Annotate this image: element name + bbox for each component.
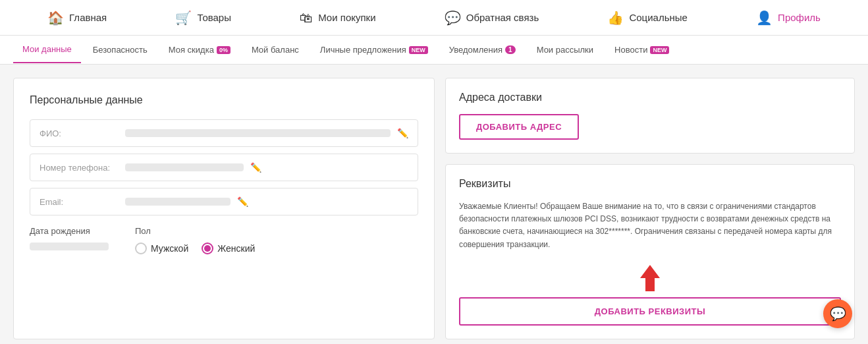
gender-section: Пол Мужской Женский xyxy=(135,226,255,254)
nav-home-label: Главная xyxy=(69,12,107,23)
bag-icon: 🛍 xyxy=(300,11,313,24)
feedback-icon: 💬 xyxy=(445,11,461,24)
gender-label: Пол xyxy=(135,226,255,236)
email-value xyxy=(125,198,231,206)
phone-field-row: Номер телефона: ✏️ xyxy=(30,154,418,181)
delivery-title: Адреса доставки xyxy=(459,92,841,103)
discount-badge: 0% xyxy=(217,46,231,54)
birth-gender-section: Дата рождения Пол Мужской Женский xyxy=(30,226,418,254)
svg-marker-0 xyxy=(640,265,660,291)
news-badge: NEW xyxy=(650,46,669,54)
nav-purchases-label: Мои покупки xyxy=(318,12,375,23)
gender-male-option[interactable]: Мужской xyxy=(135,243,188,254)
birth-value-placeholder xyxy=(30,243,109,250)
chat-icon: 💬 xyxy=(830,306,846,322)
personal-data-panel: Персональные данные ФИО: ✏️ Номер телефо… xyxy=(13,78,435,339)
gender-male-radio[interactable] xyxy=(135,243,147,254)
profile-icon: 👤 xyxy=(756,11,773,24)
personal-data-title: Персональные данные xyxy=(30,94,418,106)
add-requisites-button[interactable]: ДОБАВИТЬ РЕКВИЗИТЫ xyxy=(459,297,841,326)
main-content: Персональные данные ФИО: ✏️ Номер телефо… xyxy=(0,65,868,344)
top-navigation: 🏠 Главная 🛒 Товары 🛍 Мои покупки 💬 Обрат… xyxy=(0,0,868,36)
right-panel: Адреса доставки ДОБАВИТЬ АДРЕС Реквизиты… xyxy=(445,78,855,339)
tab-my-balance[interactable]: Мой баланс xyxy=(242,37,308,63)
gender-options: Мужской Женский xyxy=(135,243,255,254)
add-address-button[interactable]: ДОБАВИТЬ АДРЕС xyxy=(459,114,579,140)
tab-notifications[interactable]: Уведомления 1 xyxy=(440,37,525,63)
nav-goods-label: Товары xyxy=(197,12,231,23)
gender-female-radio-inner xyxy=(204,245,211,252)
nav-profile[interactable]: 👤 Профиль xyxy=(756,11,821,24)
tab-news[interactable]: Новости NEW xyxy=(605,37,678,63)
personal-offers-badge: NEW xyxy=(409,46,428,54)
tab-my-data[interactable]: Мои данные xyxy=(13,36,81,63)
email-label: Email: xyxy=(40,197,125,207)
nav-profile-label: Профиль xyxy=(778,12,821,23)
nav-feedback-label: Обратная связь xyxy=(466,12,539,23)
nav-purchases[interactable]: 🛍 Мои покупки xyxy=(300,11,375,24)
email-edit-icon[interactable]: ✏️ xyxy=(237,196,248,207)
fio-field-row: ФИО: ✏️ xyxy=(30,119,418,147)
gender-female-label: Женский xyxy=(217,243,255,254)
home-icon: 🏠 xyxy=(47,11,64,24)
phone-label: Номер телефона: xyxy=(40,163,125,173)
phone-edit-icon[interactable]: ✏️ xyxy=(250,162,261,173)
tab-my-mailings[interactable]: Мои рассылки xyxy=(528,37,603,63)
tab-my-discount[interactable]: Моя скидка 0% xyxy=(159,37,240,63)
nav-home[interactable]: 🏠 Главная xyxy=(47,11,107,24)
nav-social-label: Социальные xyxy=(629,12,687,23)
red-arrow-icon xyxy=(634,262,666,295)
gender-male-label: Мужской xyxy=(151,243,188,254)
email-field-row: Email: ✏️ xyxy=(30,188,418,215)
phone-value xyxy=(125,163,244,171)
tabs-navigation: Мои данные Безопасность Моя скидка 0% Мо… xyxy=(0,36,868,65)
arrow-container xyxy=(459,262,841,295)
birth-label: Дата рождения xyxy=(30,226,109,236)
social-icon: 👍 xyxy=(607,11,624,24)
requisites-title: Реквизиты xyxy=(459,178,841,190)
gender-female-radio[interactable] xyxy=(202,243,213,254)
requisites-card: Реквизиты Уважаемые Клиенты! Обращаем Ва… xyxy=(445,164,855,339)
cart-icon: 🛒 xyxy=(175,11,192,24)
fio-edit-icon[interactable]: ✏️ xyxy=(397,128,408,138)
delivery-card: Адреса доставки ДОБАВИТЬ АДРЕС xyxy=(445,78,855,154)
tab-security[interactable]: Безопасность xyxy=(84,37,157,63)
fio-value xyxy=(125,129,391,137)
tab-personal-offers[interactable]: Личные предложения NEW xyxy=(311,37,437,63)
requisites-text: Уважаемые Клиенты! Обращаем Ваше внимани… xyxy=(459,200,841,251)
nav-goods[interactable]: 🛒 Товары xyxy=(175,11,231,24)
fio-label: ФИО: xyxy=(40,129,125,138)
nav-feedback[interactable]: 💬 Обратная связь xyxy=(445,11,539,24)
nav-social[interactable]: 👍 Социальные xyxy=(607,11,687,24)
chat-bubble[interactable]: 💬 xyxy=(823,299,852,328)
gender-female-option[interactable]: Женский xyxy=(202,243,255,254)
notifications-badge: 1 xyxy=(505,45,516,54)
birth-section: Дата рождения xyxy=(30,226,109,254)
